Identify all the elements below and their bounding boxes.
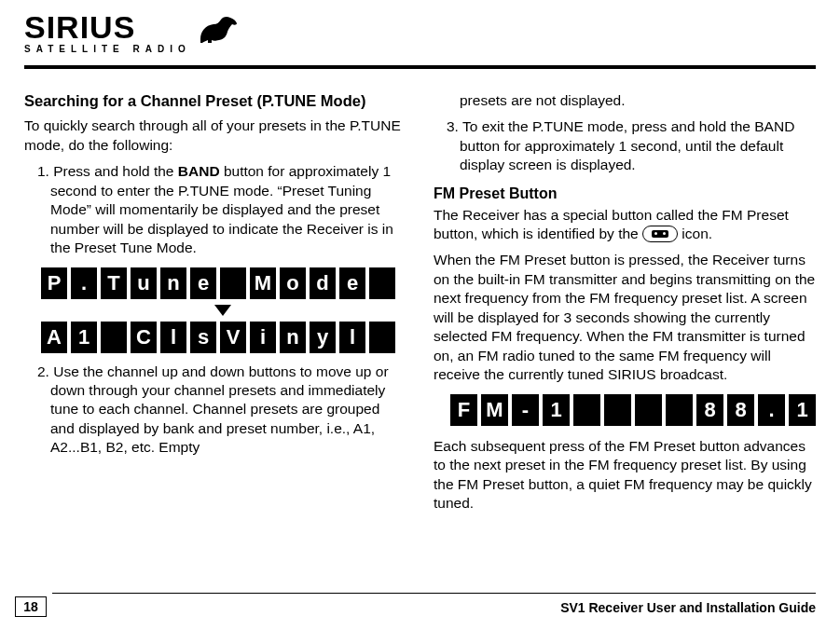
brand-name: SIRIUS — [24, 13, 191, 42]
lcd-cell: V — [220, 322, 246, 353]
lcd-cell: s — [190, 322, 216, 353]
lcd-cell — [220, 267, 246, 299]
fm-preset-p2: When the FM Preset button is pressed, th… — [434, 251, 816, 384]
lcd-cell: M — [250, 267, 276, 299]
left-column: Searching for a Channel Preset (P.TUNE M… — [24, 91, 404, 521]
lcd-cell: 1 — [543, 394, 570, 426]
lcd-cell: . — [758, 394, 785, 426]
section-heading-fm-preset: FM Preset Button — [434, 184, 816, 203]
lcd-cell: 8 — [696, 394, 723, 426]
lcd-cell — [101, 322, 127, 353]
lcd-cell: i — [250, 322, 276, 353]
band-label: BAND — [178, 163, 220, 179]
lcd-ptune-display: P.TuneMode A1ClsVinyl — [41, 267, 404, 353]
lcd-cell: M — [481, 394, 508, 426]
lcd-cell: A — [41, 322, 67, 353]
lcd-cell: - — [512, 394, 539, 426]
lcd-cell: l — [339, 322, 365, 353]
fm-preset-p1b: icon. — [678, 226, 712, 241]
header-rule — [24, 65, 816, 69]
lcd-cell: y — [310, 322, 336, 353]
lcd-cell: n — [280, 322, 306, 353]
page-number: 18 — [15, 596, 47, 617]
brand-tagline: SATELLITE RADIO — [24, 44, 191, 54]
step-1-text-a: 1. Press and hold the — [37, 163, 178, 179]
brand-logo: SIRIUS SATELLITE RADIO — [24, 13, 816, 54]
lcd-cell: n — [160, 267, 186, 299]
lcd-cell: C — [131, 322, 157, 353]
fm-preset-button-icon — [642, 226, 678, 242]
lcd-cell: e — [190, 267, 216, 299]
lcd-cell — [635, 394, 662, 426]
right-column: presets are not displayed. 3. To exit th… — [434, 91, 816, 521]
lcd-cell: 1 — [789, 394, 816, 426]
lcd-cell: 1 — [71, 322, 97, 353]
step-2-continuation: presets are not displayed. — [434, 91, 816, 110]
lcd-cell: F — [450, 394, 477, 426]
step-1: 1. Press and hold the BAND button for ap… — [37, 162, 404, 257]
lcd-cell — [604, 394, 631, 426]
page-footer: 18 SV1 Receiver User and Installation Gu… — [0, 593, 840, 617]
step-2: 2. Use the channel up and down buttons t… — [37, 363, 404, 458]
lcd-cell: . — [71, 267, 97, 299]
footer-title: SV1 Receiver User and Installation Guide — [560, 600, 816, 615]
step-3: 3. To exit the P.TUNE mode, press and ho… — [447, 117, 816, 174]
lcd-cell: u — [131, 267, 157, 299]
lcd-cell — [573, 394, 600, 426]
fm-preset-p1a: The Receiver has a special button called… — [434, 207, 789, 241]
section-heading-ptune: Searching for a Channel Preset (P.TUNE M… — [24, 91, 404, 112]
intro-text: To quickly search through all of your pr… — [24, 116, 404, 155]
lcd-fm-display: FM-188.1 — [450, 394, 816, 426]
lcd-cell — [369, 322, 395, 353]
lcd-cell: T — [101, 267, 127, 299]
dog-icon — [197, 13, 240, 48]
lcd-cell: d — [310, 267, 336, 299]
lcd-cell: 8 — [727, 394, 754, 426]
lcd-cell: P — [41, 267, 67, 299]
fm-preset-p3: Each subsequent press of the FM Preset b… — [434, 437, 816, 514]
lcd-cell: o — [280, 267, 306, 299]
fm-preset-p1: The Receiver has a special button called… — [434, 206, 816, 244]
lcd-cell: e — [339, 267, 365, 299]
lcd-cell — [666, 394, 693, 426]
lcd-cell — [369, 267, 395, 299]
arrow-down-icon — [214, 305, 231, 316]
lcd-cell: l — [160, 322, 186, 353]
